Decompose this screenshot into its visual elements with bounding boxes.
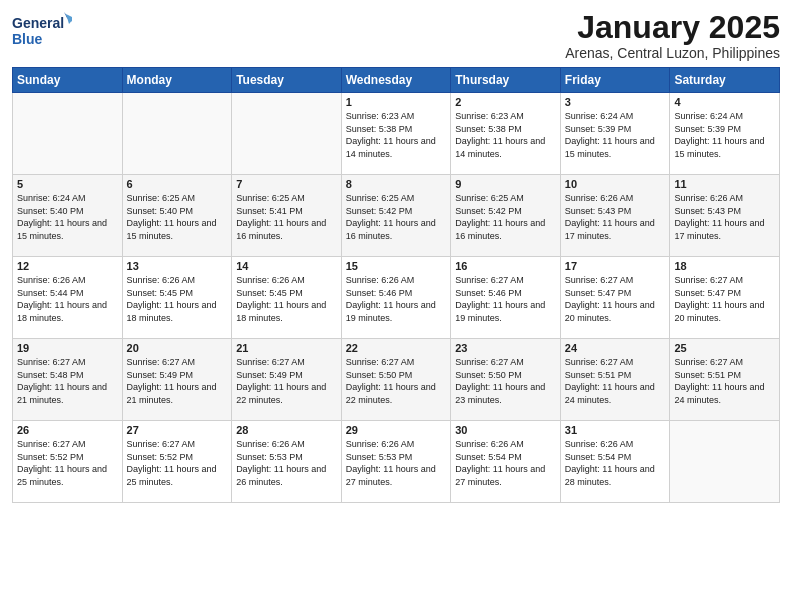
table-row: 12Sunrise: 6:26 AMSunset: 5:44 PMDayligh… bbox=[13, 257, 123, 339]
table-row: 25Sunrise: 6:27 AMSunset: 5:51 PMDayligh… bbox=[670, 339, 780, 421]
table-row bbox=[13, 93, 123, 175]
day-number: 22 bbox=[346, 342, 447, 354]
title-block: January 2025 Arenas, Central Luzon, Phil… bbox=[565, 10, 780, 61]
table-row bbox=[232, 93, 342, 175]
table-row: 5Sunrise: 6:24 AMSunset: 5:40 PMDaylight… bbox=[13, 175, 123, 257]
day-number: 1 bbox=[346, 96, 447, 108]
day-info: Sunrise: 6:27 AMSunset: 5:50 PMDaylight:… bbox=[346, 356, 447, 406]
day-info: Sunrise: 6:26 AMSunset: 5:46 PMDaylight:… bbox=[346, 274, 447, 324]
svg-text:General: General bbox=[12, 15, 64, 31]
day-info: Sunrise: 6:27 AMSunset: 5:50 PMDaylight:… bbox=[455, 356, 556, 406]
day-number: 24 bbox=[565, 342, 666, 354]
svg-marker-3 bbox=[66, 14, 72, 24]
day-number: 15 bbox=[346, 260, 447, 272]
day-info: Sunrise: 6:26 AMSunset: 5:53 PMDaylight:… bbox=[236, 438, 337, 488]
header-saturday: Saturday bbox=[670, 68, 780, 93]
table-row: 7Sunrise: 6:25 AMSunset: 5:41 PMDaylight… bbox=[232, 175, 342, 257]
day-info: Sunrise: 6:25 AMSunset: 5:41 PMDaylight:… bbox=[236, 192, 337, 242]
day-info: Sunrise: 6:26 AMSunset: 5:54 PMDaylight:… bbox=[455, 438, 556, 488]
calendar-table: Sunday Monday Tuesday Wednesday Thursday… bbox=[12, 67, 780, 503]
table-row: 10Sunrise: 6:26 AMSunset: 5:43 PMDayligh… bbox=[560, 175, 670, 257]
day-number: 25 bbox=[674, 342, 775, 354]
calendar-week-0: 1Sunrise: 6:23 AMSunset: 5:38 PMDaylight… bbox=[13, 93, 780, 175]
table-row: 30Sunrise: 6:26 AMSunset: 5:54 PMDayligh… bbox=[451, 421, 561, 503]
day-info: Sunrise: 6:26 AMSunset: 5:43 PMDaylight:… bbox=[674, 192, 775, 242]
day-number: 27 bbox=[127, 424, 228, 436]
day-number: 26 bbox=[17, 424, 118, 436]
day-number: 9 bbox=[455, 178, 556, 190]
day-info: Sunrise: 6:23 AMSunset: 5:38 PMDaylight:… bbox=[455, 110, 556, 160]
table-row: 28Sunrise: 6:26 AMSunset: 5:53 PMDayligh… bbox=[232, 421, 342, 503]
table-row: 9Sunrise: 6:25 AMSunset: 5:42 PMDaylight… bbox=[451, 175, 561, 257]
day-number: 31 bbox=[565, 424, 666, 436]
table-row: 4Sunrise: 6:24 AMSunset: 5:39 PMDaylight… bbox=[670, 93, 780, 175]
day-number: 13 bbox=[127, 260, 228, 272]
day-number: 2 bbox=[455, 96, 556, 108]
day-info: Sunrise: 6:27 AMSunset: 5:49 PMDaylight:… bbox=[127, 356, 228, 406]
table-row: 11Sunrise: 6:26 AMSunset: 5:43 PMDayligh… bbox=[670, 175, 780, 257]
table-row: 2Sunrise: 6:23 AMSunset: 5:38 PMDaylight… bbox=[451, 93, 561, 175]
day-info: Sunrise: 6:27 AMSunset: 5:52 PMDaylight:… bbox=[127, 438, 228, 488]
calendar-week-1: 5Sunrise: 6:24 AMSunset: 5:40 PMDaylight… bbox=[13, 175, 780, 257]
day-number: 7 bbox=[236, 178, 337, 190]
subtitle: Arenas, Central Luzon, Philippines bbox=[565, 45, 780, 61]
day-info: Sunrise: 6:26 AMSunset: 5:43 PMDaylight:… bbox=[565, 192, 666, 242]
day-number: 29 bbox=[346, 424, 447, 436]
table-row: 19Sunrise: 6:27 AMSunset: 5:48 PMDayligh… bbox=[13, 339, 123, 421]
table-row: 31Sunrise: 6:26 AMSunset: 5:54 PMDayligh… bbox=[560, 421, 670, 503]
month-title: January 2025 bbox=[565, 10, 780, 45]
day-info: Sunrise: 6:27 AMSunset: 5:46 PMDaylight:… bbox=[455, 274, 556, 324]
day-number: 8 bbox=[346, 178, 447, 190]
day-info: Sunrise: 6:27 AMSunset: 5:47 PMDaylight:… bbox=[674, 274, 775, 324]
table-row: 15Sunrise: 6:26 AMSunset: 5:46 PMDayligh… bbox=[341, 257, 451, 339]
table-row: 8Sunrise: 6:25 AMSunset: 5:42 PMDaylight… bbox=[341, 175, 451, 257]
table-row: 23Sunrise: 6:27 AMSunset: 5:50 PMDayligh… bbox=[451, 339, 561, 421]
day-info: Sunrise: 6:27 AMSunset: 5:51 PMDaylight:… bbox=[565, 356, 666, 406]
day-number: 23 bbox=[455, 342, 556, 354]
day-info: Sunrise: 6:26 AMSunset: 5:45 PMDaylight:… bbox=[236, 274, 337, 324]
table-row: 20Sunrise: 6:27 AMSunset: 5:49 PMDayligh… bbox=[122, 339, 232, 421]
day-number: 10 bbox=[565, 178, 666, 190]
day-info: Sunrise: 6:27 AMSunset: 5:51 PMDaylight:… bbox=[674, 356, 775, 406]
table-row: 14Sunrise: 6:26 AMSunset: 5:45 PMDayligh… bbox=[232, 257, 342, 339]
day-info: Sunrise: 6:24 AMSunset: 5:39 PMDaylight:… bbox=[565, 110, 666, 160]
table-row bbox=[122, 93, 232, 175]
day-number: 3 bbox=[565, 96, 666, 108]
calendar-header-row: Sunday Monday Tuesday Wednesday Thursday… bbox=[13, 68, 780, 93]
svg-text:Blue: Blue bbox=[12, 31, 43, 47]
day-number: 12 bbox=[17, 260, 118, 272]
header-wednesday: Wednesday bbox=[341, 68, 451, 93]
day-number: 19 bbox=[17, 342, 118, 354]
header-friday: Friday bbox=[560, 68, 670, 93]
table-row: 22Sunrise: 6:27 AMSunset: 5:50 PMDayligh… bbox=[341, 339, 451, 421]
day-info: Sunrise: 6:26 AMSunset: 5:45 PMDaylight:… bbox=[127, 274, 228, 324]
day-info: Sunrise: 6:24 AMSunset: 5:40 PMDaylight:… bbox=[17, 192, 118, 242]
day-info: Sunrise: 6:25 AMSunset: 5:42 PMDaylight:… bbox=[455, 192, 556, 242]
table-row: 3Sunrise: 6:24 AMSunset: 5:39 PMDaylight… bbox=[560, 93, 670, 175]
table-row: 21Sunrise: 6:27 AMSunset: 5:49 PMDayligh… bbox=[232, 339, 342, 421]
table-row: 27Sunrise: 6:27 AMSunset: 5:52 PMDayligh… bbox=[122, 421, 232, 503]
page: General Blue January 2025 Arenas, Centra… bbox=[0, 0, 792, 612]
day-info: Sunrise: 6:25 AMSunset: 5:40 PMDaylight:… bbox=[127, 192, 228, 242]
day-number: 18 bbox=[674, 260, 775, 272]
table-row: 18Sunrise: 6:27 AMSunset: 5:47 PMDayligh… bbox=[670, 257, 780, 339]
day-number: 14 bbox=[236, 260, 337, 272]
day-number: 17 bbox=[565, 260, 666, 272]
table-row: 1Sunrise: 6:23 AMSunset: 5:38 PMDaylight… bbox=[341, 93, 451, 175]
header: General Blue January 2025 Arenas, Centra… bbox=[12, 10, 780, 61]
day-number: 21 bbox=[236, 342, 337, 354]
day-info: Sunrise: 6:25 AMSunset: 5:42 PMDaylight:… bbox=[346, 192, 447, 242]
calendar-week-2: 12Sunrise: 6:26 AMSunset: 5:44 PMDayligh… bbox=[13, 257, 780, 339]
logo-svg: General Blue bbox=[12, 10, 72, 52]
table-row: 6Sunrise: 6:25 AMSunset: 5:40 PMDaylight… bbox=[122, 175, 232, 257]
day-number: 28 bbox=[236, 424, 337, 436]
day-number: 5 bbox=[17, 178, 118, 190]
day-info: Sunrise: 6:26 AMSunset: 5:54 PMDaylight:… bbox=[565, 438, 666, 488]
day-info: Sunrise: 6:24 AMSunset: 5:39 PMDaylight:… bbox=[674, 110, 775, 160]
day-info: Sunrise: 6:27 AMSunset: 5:48 PMDaylight:… bbox=[17, 356, 118, 406]
table-row: 26Sunrise: 6:27 AMSunset: 5:52 PMDayligh… bbox=[13, 421, 123, 503]
day-number: 30 bbox=[455, 424, 556, 436]
table-row: 29Sunrise: 6:26 AMSunset: 5:53 PMDayligh… bbox=[341, 421, 451, 503]
day-number: 16 bbox=[455, 260, 556, 272]
table-row: 17Sunrise: 6:27 AMSunset: 5:47 PMDayligh… bbox=[560, 257, 670, 339]
